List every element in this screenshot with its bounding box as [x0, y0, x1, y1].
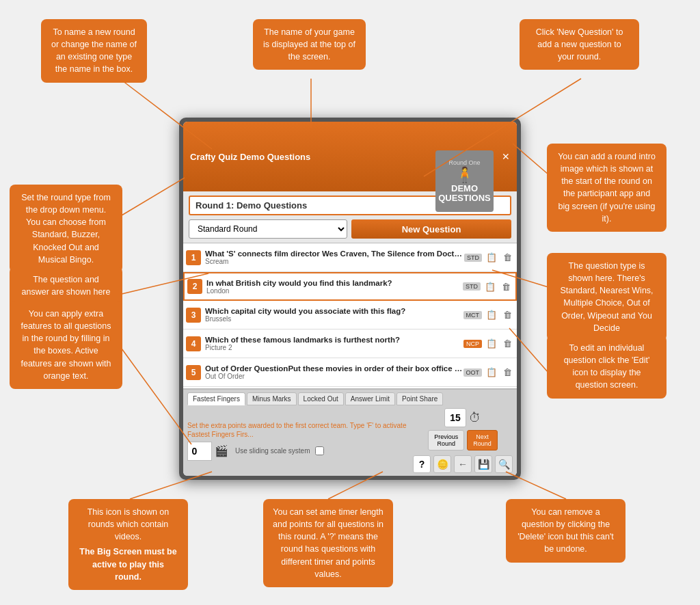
- save-icon[interactable]: 💾: [474, 455, 492, 473]
- coins-icon: 🪙: [433, 455, 451, 473]
- tooltip-question-type: The question type is shown here. There's…: [547, 253, 667, 341]
- question-type-badge: MCT: [463, 311, 483, 319]
- question-content: Which capital city would you associate w…: [205, 307, 463, 323]
- tooltip-bottom-center: You can set ame timer length and points …: [263, 499, 393, 587]
- tab-description: Set the extra points awarded to the firs…: [187, 421, 407, 439]
- delete-icon[interactable]: 🗑: [500, 251, 514, 265]
- bottom-content: Set the extra points awarded to the firs…: [187, 408, 513, 473]
- tooltip-bottom-left: This icon is shown on rounds which conta…: [68, 499, 188, 590]
- right-controls: 15 ⏱ PreviousRound NextRound ? 🪙 ← 💾 🔍: [413, 408, 513, 473]
- tooltip-top-left: To name a new round or change the name o…: [41, 19, 147, 83]
- demo-questions-text: DEMO QUESTIONS: [438, 184, 491, 204]
- tab-fastest-fingers[interactable]: Fastest Fingers: [187, 392, 245, 405]
- table-row: 1 What 'S' connects film director Wes Cr…: [183, 243, 517, 272]
- title-bar: Crafty Quiz Demo Questions Round One 🧍 D…: [183, 122, 517, 191]
- question-actions: 📋 🗑: [483, 280, 513, 293]
- fastest-fingers-input[interactable]: [187, 442, 212, 461]
- tab-locked-out[interactable]: Locked Out: [298, 392, 344, 405]
- question-actions: 📋 🗑: [485, 337, 514, 351]
- close-button[interactable]: ✕: [502, 151, 510, 162]
- question-content: Out of Order QuestionPut these movies in…: [205, 364, 463, 380]
- question-type-badge: OOT: [463, 368, 483, 377]
- table-row: 3 Which capital city would you associate…: [183, 301, 517, 330]
- question-text: In what British city would you find this…: [206, 279, 463, 287]
- delete-icon[interactable]: 🗑: [499, 280, 513, 293]
- timer-icon: ⏱: [469, 411, 481, 425]
- search-icon[interactable]: 🔍: [495, 455, 513, 473]
- question-content: In what British city would you find this…: [206, 279, 463, 295]
- round-type-select[interactable]: Standard RoundBuzzer RoundKnocked OutMus…: [189, 219, 347, 239]
- table-row: 5 Out of Order QuestionPut these movies …: [183, 358, 517, 387]
- question-number: 1: [186, 250, 201, 265]
- question-content: What 'S' connects film director Wes Crav…: [205, 250, 464, 265]
- question-type-badge: NCP: [463, 340, 482, 348]
- tab-point-share[interactable]: Point Share: [396, 392, 443, 405]
- question-type-badge: STD: [464, 254, 482, 262]
- sliding-scale-checkbox[interactable]: [315, 446, 324, 455]
- question-actions: 📋 🗑: [485, 308, 514, 322]
- edit-icon[interactable]: 📋: [485, 251, 498, 265]
- tooltip-top-right: Click 'New Question' to add a new questi…: [520, 19, 639, 70]
- questions-list: 1 What 'S' connects film director Wes Cr…: [183, 243, 517, 388]
- delete-icon[interactable]: 🗑: [500, 308, 514, 322]
- question-answer: London: [206, 287, 463, 295]
- table-row: 2 In what British city would you find th…: [183, 272, 517, 301]
- question-answer: Brussels: [205, 315, 463, 323]
- sliding-scale-label: Use sliding scale system: [235, 447, 310, 455]
- round-image-panel: Round One 🧍 DEMO QUESTIONS: [435, 150, 494, 212]
- new-question-button[interactable]: New Question: [351, 219, 511, 239]
- question-text: Out of Order QuestionPut these movies in…: [205, 364, 463, 373]
- app-window: Crafty Quiz Demo Questions Round One 🧍 D…: [179, 118, 521, 480]
- edit-icon[interactable]: 📋: [483, 280, 497, 293]
- nav-row: PreviousRound NextRound: [428, 430, 498, 451]
- question-actions: 📋 🗑: [485, 366, 514, 379]
- back-icon[interactable]: ←: [454, 455, 472, 473]
- question-content: Which of these famous landmarks is furth…: [205, 336, 463, 351]
- next-round-button[interactable]: NextRound: [467, 430, 498, 451]
- bottom-panel: Fastest FingersMinus MarksLocked OutAnsw…: [183, 388, 517, 476]
- question-number: 4: [186, 336, 201, 351]
- question-number: 5: [186, 365, 201, 380]
- edit-icon[interactable]: 📋: [485, 337, 498, 351]
- tooltip-mid-right: You can add a round intro image which is…: [547, 144, 667, 232]
- question-text: Which capital city would you associate w…: [205, 307, 463, 315]
- edit-icon[interactable]: 📋: [485, 366, 498, 379]
- delete-icon[interactable]: 🗑: [500, 366, 514, 379]
- number-input-group: 🎬 Use sliding scale system: [187, 442, 407, 461]
- prev-round-button[interactable]: PreviousRound: [428, 430, 464, 451]
- question-text: Which of these famous landmarks is furth…: [205, 336, 463, 344]
- tooltip-mid-left: Set the round type from the drop down me…: [10, 185, 122, 273]
- tooltip-bottom-right: You can remove a question by clicking th…: [506, 499, 625, 563]
- edit-icon[interactable]: 📋: [485, 308, 498, 322]
- question-actions: 📋 🗑: [485, 251, 514, 265]
- round-image-label: Round One: [448, 159, 480, 166]
- svg-line-3: [122, 178, 185, 215]
- tab-minus-marks[interactable]: Minus Marks: [247, 392, 297, 405]
- timer-row: 15 ⏱: [444, 408, 481, 427]
- tooltip-extra-features: You can apply extra features to all ques…: [10, 301, 122, 389]
- tabs-row: Fastest FingersMinus MarksLocked OutAnsw…: [187, 392, 513, 405]
- question-number: 3: [186, 308, 201, 323]
- tab-answer-limit[interactable]: Answer Limit: [345, 392, 395, 405]
- delete-icon[interactable]: 🗑: [500, 337, 514, 351]
- question-mark-box: ?: [413, 455, 431, 473]
- controls-row: Standard RoundBuzzer RoundKnocked OutMus…: [189, 219, 511, 239]
- timer-value: 15: [444, 408, 466, 427]
- tooltip-edit-icon: To edit an individual question click the…: [547, 335, 667, 399]
- app-title: Crafty Quiz Demo Questions: [190, 152, 310, 162]
- film-icon: 🎬: [215, 444, 228, 457]
- question-answer: Out Of Order: [205, 373, 463, 380]
- question-answer: Picture 2: [205, 344, 463, 351]
- table-row: 4 Which of these famous landmarks is fur…: [183, 330, 517, 358]
- question-type-badge: STD: [463, 282, 481, 291]
- action-row: ? 🪙 ← 💾 🔍: [413, 455, 513, 473]
- question-number: 2: [187, 279, 202, 294]
- question-answer: Scream: [205, 258, 464, 265]
- tooltip-top-center: The name of your game is displayed at th…: [253, 19, 366, 70]
- question-text: What 'S' connects film director Wes Crav…: [205, 250, 464, 258]
